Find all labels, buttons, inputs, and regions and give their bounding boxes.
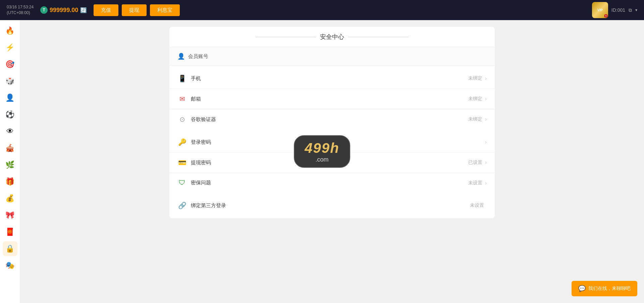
withdraw-password-label: 提现密码: [191, 160, 468, 166]
sidebar-item-reward[interactable]: 🎀: [3, 208, 17, 223]
copy-id-icon[interactable]: ⧉: [629, 7, 632, 13]
security-question-status: 未设置: [468, 180, 482, 186]
sidebar-item-live[interactable]: 👁: [3, 124, 17, 139]
security-panel: 安全中心 👤 会员账号 📱 手机 未绑定 ›: [169, 27, 495, 218]
account-header-label: 会员账号: [188, 53, 208, 60]
third-party-section: 🔗 绑定第三方登录 未设置: [169, 195, 495, 216]
sidebar-item-gift[interactable]: 🎁: [3, 174, 17, 189]
password-section: 🔑 登录密码 › 💳 提现密码 已设置 › 🛡 密保问题 未设置: [169, 132, 495, 193]
header-left: 03/16 17:53:24 (UTC+08:00) T 999999.00 🔄…: [7, 4, 180, 16]
google-auth-icon: ⊙: [177, 115, 187, 123]
login-password-row[interactable]: 🔑 登录密码 ›: [169, 132, 495, 153]
phone-row[interactable]: 📱 手机 未绑定 ›: [169, 68, 495, 89]
third-party-icon: 🔗: [177, 201, 187, 209]
third-party-status: 未设置: [470, 202, 484, 208]
balance-display: T 999999.00 🔄: [40, 6, 87, 14]
third-party-label: 绑定第三方登录: [191, 202, 470, 209]
tether-icon: T: [40, 6, 48, 14]
withdraw-password-icon: 💳: [177, 159, 187, 167]
main-container: 🔥 ⚡ 🎯 🎲 👤 ⚽ 👁 🎪 🌿 🎁 💰 🎀 🧧 🔒 🎭 安全中心 👤 会员账…: [0, 20, 644, 303]
email-status: 未绑定: [468, 96, 482, 102]
login-password-arrow-icon: ›: [485, 139, 487, 145]
user-dropdown-icon[interactable]: ▾: [635, 8, 637, 12]
sidebar-item-safe[interactable]: 🔒: [3, 241, 17, 256]
chat-icon: 💬: [578, 285, 586, 292]
date-line1: 03/16 17:53:24: [7, 5, 34, 9]
chat-button[interactable]: 💬 我们在线，来聊聊吧: [572, 281, 637, 296]
phone-arrow-icon: ›: [485, 75, 487, 81]
security-question-row[interactable]: 🛡 密保问题 未设置 ›: [169, 173, 495, 193]
email-label: 邮箱: [191, 96, 468, 102]
withdraw-password-arrow-icon: ›: [485, 160, 487, 166]
sidebar-item-hot[interactable]: 🔥: [3, 23, 17, 38]
sidebar-item-esports[interactable]: ⚡: [3, 40, 17, 55]
security-question-icon: 🛡: [177, 179, 187, 187]
sidebar-item-user[interactable]: 👤: [3, 90, 17, 105]
sidebar-item-arcade[interactable]: 🎯: [3, 57, 17, 72]
account-header: 👤 会员账号: [169, 47, 495, 66]
phone-status: 未绑定: [468, 75, 482, 81]
datetime-display: 03/16 17:53:24 (UTC+08:00): [7, 4, 34, 16]
email-row[interactable]: ✉ 邮箱 未绑定 ›: [169, 89, 495, 109]
sidebar-item-redpacket[interactable]: 🧧: [3, 225, 17, 239]
security-question-arrow-icon: ›: [485, 180, 487, 186]
recharge-button[interactable]: 充值: [94, 4, 118, 16]
account-header-icon: 👤: [177, 53, 185, 60]
user-id-display: ID:001: [611, 7, 625, 13]
email-arrow-icon: ›: [485, 96, 487, 102]
security-center-title: 安全中心: [320, 33, 344, 41]
header-right: VIP 5 ID:001 ⧉ ▾: [592, 2, 637, 18]
sidebar-item-plant[interactable]: 🌿: [3, 158, 17, 172]
sidebar-item-sports[interactable]: ⚽: [3, 107, 17, 122]
phone-label: 手机: [191, 75, 468, 82]
binding-section: 📱 手机 未绑定 › ✉ 邮箱 未绑定 › ⊙ 谷歌验证器 未绑定 ›: [169, 68, 495, 129]
date-line2: (UTC+08:00): [7, 10, 30, 15]
interest-button[interactable]: 利息宝: [150, 4, 180, 16]
login-password-label: 登录密码: [191, 139, 482, 145]
google-auth-label: 谷歌验证器: [191, 116, 468, 123]
email-icon: ✉: [177, 95, 187, 103]
withdraw-password-status: 已设置: [468, 160, 482, 166]
balance-amount: 999999.00: [50, 7, 78, 14]
refresh-icon[interactable]: 🔄: [80, 7, 87, 13]
google-auth-arrow-icon: ›: [485, 116, 487, 122]
sidebar-item-cards[interactable]: 🎲: [3, 74, 17, 88]
header-buttons: 充值 提现 利息宝: [94, 4, 180, 16]
google-auth-status: 未绑定: [468, 116, 482, 122]
third-party-row[interactable]: 🔗 绑定第三方登录 未设置: [169, 195, 495, 216]
sidebar-item-entertainment[interactable]: 🎪: [3, 141, 17, 156]
login-password-icon: 🔑: [177, 138, 187, 146]
sidebar-item-money[interactable]: 💰: [3, 191, 17, 206]
vip-badge: VIP 5: [592, 2, 608, 18]
account-section: 👤 会员账号: [169, 47, 495, 66]
sidebar: 🔥 ⚡ 🎯 🎲 👤 ⚽ 👁 🎪 🌿 🎁 💰 🎀 🧧 🔒 🎭: [0, 20, 20, 303]
withdraw-button[interactable]: 提现: [122, 4, 147, 16]
content-area: 安全中心 👤 会员账号 📱 手机 未绑定 ›: [20, 20, 644, 303]
chat-label: 我们在线，来聊聊吧: [588, 286, 631, 292]
security-question-label: 密保问题: [191, 180, 468, 186]
header: 03/16 17:53:24 (UTC+08:00) T 999999.00 🔄…: [0, 0, 644, 20]
withdraw-password-row[interactable]: 💳 提现密码 已设置 ›: [169, 153, 495, 173]
panel-title: 安全中心: [169, 27, 495, 47]
sidebar-item-game[interactable]: 🎭: [3, 258, 17, 273]
google-auth-row[interactable]: ⊙ 谷歌验证器 未绑定 ›: [169, 109, 495, 129]
phone-icon: 📱: [177, 74, 187, 82]
